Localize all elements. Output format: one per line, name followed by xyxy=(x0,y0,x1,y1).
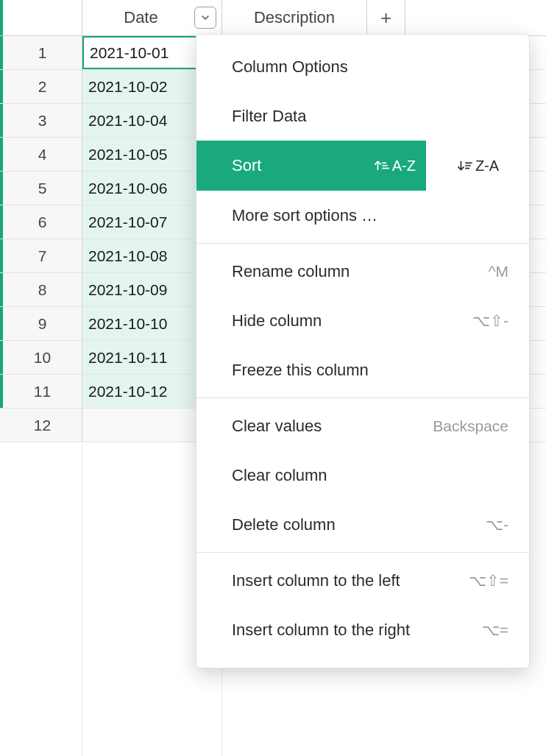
menu-item-shortcut: ⌥= xyxy=(482,621,508,639)
menu-item-label: More sort options … xyxy=(232,206,377,225)
sort-asc-indicator: A-Z xyxy=(373,158,416,174)
row-number-header[interactable] xyxy=(0,0,82,35)
menu-item-label: Sort xyxy=(232,156,261,175)
menu-item-label: Clear column xyxy=(232,466,327,485)
row-number[interactable]: 10 xyxy=(0,341,82,374)
menu-item-label: Insert column to the right xyxy=(232,621,410,640)
menu-item-label: Hide column xyxy=(232,311,322,331)
plus-icon: + xyxy=(380,7,391,29)
row-number[interactable]: 6 xyxy=(0,205,82,239)
menu-column-options[interactable]: Column Options xyxy=(196,42,529,91)
row-number[interactable]: 4 xyxy=(0,138,82,171)
menu-hide-column[interactable]: Hide column ⌥⇧- xyxy=(196,296,529,345)
menu-item-shortcut: ⌥⇧= xyxy=(469,572,508,590)
column-menu-button[interactable] xyxy=(194,7,216,29)
sort-desc-icon xyxy=(456,158,472,174)
menu-item-label: Filter Data xyxy=(232,107,306,126)
menu-item-label: Rename column xyxy=(232,262,350,281)
row-number[interactable]: 8 xyxy=(0,273,82,306)
menu-item-shortcut: Backspace xyxy=(433,417,508,435)
column-header-label: Description xyxy=(254,8,335,27)
menu-sort-asc[interactable]: Sort A-Z xyxy=(196,141,426,191)
column-context-menu: Column Options Filter Data Sort A-Z Z-A … xyxy=(196,34,530,668)
menu-delete-column[interactable]: Delete column ⌥- xyxy=(196,500,529,549)
menu-item-label: Column Options xyxy=(232,57,348,77)
row-number[interactable]: 7 xyxy=(0,239,82,272)
menu-sort-desc[interactable]: Z-A xyxy=(426,141,529,191)
menu-separator xyxy=(196,398,529,398)
column-header-date[interactable]: Date xyxy=(82,0,222,35)
menu-separator xyxy=(196,243,529,244)
row-number[interactable]: 3 xyxy=(0,104,82,137)
menu-item-label: Delete column xyxy=(232,515,336,534)
menu-insert-column-left[interactable]: Insert column to the left ⌥⇧= xyxy=(196,556,529,605)
sort-za-label: Z-A xyxy=(475,158,499,174)
row-number[interactable]: 11 xyxy=(0,375,82,408)
row-number[interactable]: 2 xyxy=(0,70,82,103)
add-column-button[interactable]: + xyxy=(367,0,405,35)
menu-sort-row: Sort A-Z Z-A xyxy=(196,141,529,191)
menu-more-sort-options[interactable]: More sort options … xyxy=(196,191,529,240)
menu-rename-column[interactable]: Rename column ^M xyxy=(196,247,529,296)
row-number[interactable]: 1 xyxy=(0,36,82,69)
menu-freeze-column[interactable]: Freeze this column xyxy=(196,345,529,395)
row-number[interactable]: 12 xyxy=(0,409,82,442)
menu-insert-column-right[interactable]: Insert column to the right ⌥= xyxy=(196,605,529,654)
column-header-label: Date xyxy=(124,8,157,27)
menu-item-label: Freeze this column xyxy=(232,361,369,380)
menu-separator xyxy=(196,552,529,553)
chevron-down-icon xyxy=(199,12,211,24)
column-header-description[interactable]: Description xyxy=(222,0,367,35)
sort-asc-icon xyxy=(373,158,389,174)
menu-item-label: Insert column to the left xyxy=(232,571,400,590)
row-number[interactable]: 9 xyxy=(0,307,82,340)
sort-az-label: A-Z xyxy=(392,158,416,174)
menu-clear-values[interactable]: Clear values Backspace xyxy=(196,401,529,451)
row-number[interactable]: 5 xyxy=(0,172,82,205)
menu-item-shortcut: ⌥- xyxy=(486,516,508,534)
menu-filter-data[interactable]: Filter Data xyxy=(196,91,529,141)
menu-item-label: Clear values xyxy=(232,417,322,436)
menu-item-shortcut: ⌥⇧- xyxy=(472,312,508,330)
column-header-row: Date Description + xyxy=(0,0,546,36)
menu-item-shortcut: ^M xyxy=(489,263,508,280)
menu-clear-column[interactable]: Clear column xyxy=(196,451,529,500)
